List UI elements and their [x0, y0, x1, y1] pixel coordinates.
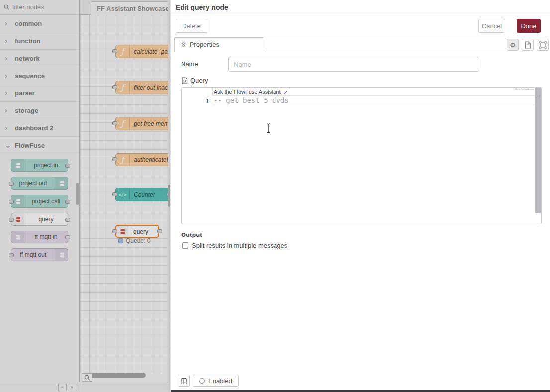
node-port[interactable] — [112, 121, 117, 125]
chevron-right-icon: › — [5, 108, 10, 113]
query-field-label-row: Query — [181, 77, 208, 84]
node-label: query — [128, 228, 148, 235]
node-port[interactable] — [9, 200, 14, 204]
node-port[interactable] — [112, 49, 117, 53]
node-port[interactable] — [9, 253, 14, 257]
node-port[interactable] — [65, 200, 70, 204]
flow-node-function-get-free-mem[interactable]: ƒ get free mem — [115, 117, 170, 130]
split-results-row: Split results in multiple messages — [182, 242, 287, 249]
category-label: common — [15, 20, 42, 27]
query-field-label: Query — [190, 77, 208, 84]
flow-canvas-grid[interactable]: ƒ calculate `pa ƒ filter out inac ƒ get … — [80, 15, 170, 373]
document-icon — [525, 41, 531, 49]
cancel-button[interactable]: Cancel — [478, 19, 505, 33]
flow-node-counter[interactable]: </> Counter — [115, 188, 169, 201]
palette-category-parser[interactable]: › parser — [0, 84, 79, 102]
palette-category-flowfuse[interactable]: ⌄ FlowFuse — [0, 137, 79, 154]
canvas-horizontal-scrollbar[interactable] — [80, 373, 170, 378]
editor-scrollbar[interactable] — [535, 88, 541, 213]
flow-node-function-filter[interactable]: ƒ filter out inac — [115, 81, 170, 94]
palette-node-project-call[interactable]: project call — [11, 195, 68, 208]
palette-node-project-in[interactable]: project in — [11, 159, 68, 172]
flow-tab-ff-assistant-showcase[interactable]: FF Assistant Showcase — [91, 1, 170, 15]
node-port[interactable] — [65, 235, 70, 239]
query-code-editor[interactable]: Ask the FlowFuse Assistant 1 -- get best… — [181, 87, 542, 224]
assistant-prompt-bar[interactable]: Ask the FlowFuse Assistant — [212, 88, 535, 96]
category-label: function — [15, 37, 40, 45]
code-text: -- get best 5 dvds — [213, 96, 289, 104]
palette-node-label: ff mqtt out — [11, 251, 55, 258]
tab-description-button[interactable] — [522, 39, 534, 51]
node-port[interactable] — [9, 218, 14, 222]
flow-workspace[interactable]: FF Assistant Showcase ƒ calculate `pa ƒ … — [80, 0, 170, 392]
editor-minimap: Ask the FlowFuse Assistant — [515, 88, 534, 90]
flow-node-function-calculate[interactable]: ƒ calculate `pa — [115, 45, 170, 58]
delete-button[interactable]: Delete — [176, 19, 207, 33]
palette-category-dashboard-2[interactable]: › dashboard 2 — [0, 119, 79, 137]
edit-node-tray: Edit query node Delete Cancel Done ⚙ Pro… — [170, 0, 550, 392]
name-input[interactable] — [228, 57, 479, 72]
palette-category-network[interactable]: › network — [0, 50, 79, 67]
gear-icon: ⚙ — [181, 41, 186, 48]
category-label: FlowFuse — [15, 142, 45, 149]
split-results-label[interactable]: Split results in multiple messages — [192, 242, 287, 249]
palette-category-storage[interactable]: › storage — [0, 102, 79, 119]
palette-filter-input[interactable] — [12, 3, 72, 11]
palette-category-common[interactable]: › common — [0, 15, 79, 32]
expand-all-button[interactable]: » — [68, 384, 76, 391]
palette-node-label: project call — [24, 198, 68, 205]
palette-scrollbar[interactable] — [76, 183, 79, 205]
enabled-toggle-button[interactable]: Enabled — [193, 375, 239, 387]
node-port[interactable] — [112, 192, 117, 196]
node-port[interactable] — [9, 182, 14, 186]
flow-node-query-selected[interactable]: query — [115, 225, 159, 238]
magnifier-icon — [84, 375, 90, 381]
tab-properties-icon-button[interactable]: ⚙ — [507, 39, 519, 51]
node-port[interactable] — [157, 229, 162, 233]
zoom-search-button[interactable] — [82, 373, 92, 382]
tab-appearance-button[interactable] — [537, 39, 549, 51]
split-results-checkbox[interactable] — [182, 242, 188, 249]
tab-properties[interactable]: ⚙ Properties — [174, 37, 264, 51]
function-icon: ƒ — [116, 154, 130, 166]
palette-node-label: ff mqtt in — [24, 234, 68, 240]
node-port[interactable] — [112, 85, 117, 89]
category-label: sequence — [15, 72, 45, 79]
palette-node-ff-mqtt-in[interactable]: ff mqtt in — [11, 231, 68, 243]
palette-category-sequence[interactable]: › sequence — [0, 67, 79, 84]
flow-tab-label: FF Assistant Showcase — [97, 5, 169, 12]
palette-category-function[interactable]: › function — [0, 32, 79, 50]
node-port[interactable] — [65, 218, 70, 222]
divider — [264, 51, 550, 51]
node-port[interactable] — [112, 157, 117, 161]
code-icon: </> — [116, 188, 130, 201]
node-port[interactable] — [65, 164, 70, 168]
editor-code-line[interactable]: -- get best 5 dvds — [212, 96, 535, 105]
palette-node-label: project in — [24, 162, 68, 169]
docs-button[interactable] — [178, 375, 190, 387]
node-port[interactable] — [112, 229, 117, 233]
category-label: storage — [15, 107, 38, 114]
category-label: network — [15, 55, 40, 62]
tab-label: Properties — [190, 41, 219, 48]
status-text: Queue: 0 — [126, 237, 150, 244]
book-icon — [181, 378, 187, 384]
chevron-right-icon: › — [5, 125, 10, 130]
done-button[interactable]: Done — [517, 19, 541, 33]
name-field-label: Name — [181, 60, 198, 68]
chevron-down-icon: ⌄ — [5, 143, 10, 148]
function-icon: ƒ — [116, 81, 130, 94]
editor-scrollbar-marker — [535, 96, 541, 96]
palette-node-query[interactable]: query — [11, 213, 68, 226]
flow-node-function-authenticate[interactable]: ƒ authenticateU — [115, 153, 170, 166]
collapse-all-button[interactable]: « — [58, 384, 67, 391]
toggle-circle-icon — [199, 378, 205, 384]
flowfuse-logo-icon — [116, 226, 128, 237]
palette-node-project-out[interactable]: project out — [11, 177, 68, 190]
scrollbar-thumb[interactable] — [89, 373, 146, 378]
palette-flowfuse-nodes: project in project out project call — [0, 154, 80, 261]
flowfuse-logo-icon — [11, 231, 24, 243]
search-icon — [4, 4, 9, 10]
sql-file-icon — [181, 77, 188, 84]
palette-node-ff-mqtt-out[interactable]: ff mqtt out — [11, 248, 68, 261]
